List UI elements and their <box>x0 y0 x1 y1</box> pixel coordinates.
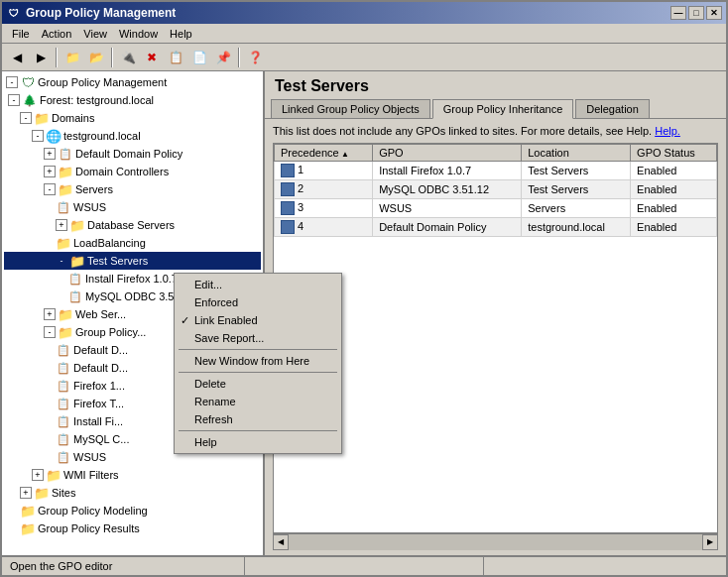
col-gpo[interactable]: GPO <box>373 145 522 162</box>
ctx-edit[interactable]: Edit... <box>175 276 341 293</box>
tree-label-ff1: Firefox 1... <box>73 380 125 392</box>
menu-file[interactable]: File <box>6 26 36 42</box>
sites-icon: 📁 <box>34 485 50 501</box>
expand-ddp[interactable]: + <box>44 148 56 160</box>
tree-item-loadbalancing[interactable]: 📁 LoadBalancing <box>4 234 261 252</box>
tree-label-wsus2: WSUS <box>73 451 106 463</box>
table-row[interactable]: 3 WSUS Servers Enabled <box>275 199 717 218</box>
cell-status: Enabled <box>631 218 717 237</box>
help-link[interactable]: Help. <box>655 125 680 137</box>
ctx-enforced[interactable]: Enforced <box>175 293 341 311</box>
tree-label-gpm: Group Policy Management <box>38 76 167 88</box>
tree-label-dcs: Domain Controllers <box>75 166 169 177</box>
gp-icon: 📁 <box>58 324 73 340</box>
web-icon: 📁 <box>58 306 73 322</box>
scroll-right-button[interactable]: ▶ <box>702 534 718 550</box>
tree-item-gpm2[interactable]: 📁 Group Policy Modeling <box>4 502 261 519</box>
tree-item-gpm[interactable]: - 🛡 Group Policy Management <box>4 73 261 91</box>
gpo-data-table: Precedence GPO Location GPO Status 1 Ins… <box>274 144 717 237</box>
cell-precedence: 3 <box>275 199 373 218</box>
expand-testground[interactable]: - <box>32 130 44 142</box>
copy-button[interactable]: 📄 <box>188 47 210 68</box>
disconnect-button[interactable]: ✖ <box>141 47 163 68</box>
tree-item-servers[interactable]: - 📁 Servers <box>4 180 261 198</box>
tree-item-db-servers[interactable]: + 📁 Database Servers <box>4 216 261 234</box>
expand-db[interactable]: + <box>56 219 67 231</box>
tree-item-test-servers[interactable]: - 📁 Test Servers <box>4 252 261 270</box>
ctx-help[interactable]: Help <box>175 433 341 451</box>
ctx-rename[interactable]: Rename <box>175 393 341 410</box>
ctx-delete[interactable]: Delete <box>175 375 341 393</box>
tree-label-ifi: Install Fi... <box>73 415 123 427</box>
maximize-button[interactable]: □ <box>688 6 704 20</box>
help-button[interactable]: ❓ <box>244 47 266 68</box>
tree-item-sites[interactable]: + 📁 Sites <box>4 484 261 502</box>
tree-item-gpr[interactable]: 📁 Group Policy Results <box>4 519 261 537</box>
dd1-icon: 📋 <box>56 342 71 358</box>
expand-domains[interactable]: - <box>20 112 32 124</box>
cell-precedence: 4 <box>275 218 373 237</box>
tree-label-mc: MySQL C... <box>73 433 129 445</box>
servers-icon: 📁 <box>58 181 73 197</box>
properties-button[interactable]: 📋 <box>165 47 186 68</box>
forest-icon: 🌲 <box>22 92 38 108</box>
up-button[interactable]: 📁 <box>61 47 83 68</box>
tree-item-ddp[interactable]: + 📋 Default Domain Policy <box>4 145 261 163</box>
window-controls: — □ ✕ <box>670 6 722 20</box>
expand-servers[interactable]: - <box>44 183 56 195</box>
ff2-icon: 📋 <box>56 396 71 411</box>
scroll-track[interactable] <box>289 534 702 550</box>
col-precedence[interactable]: Precedence <box>275 145 373 162</box>
expand-test[interactable]: - <box>56 255 67 267</box>
scroll-left-button[interactable]: ◀ <box>273 534 289 550</box>
menu-window[interactable]: Window <box>113 26 164 42</box>
ctx-link_enabled[interactable]: Link Enabled <box>175 311 341 329</box>
tree-label-dd1: Default D... <box>73 344 128 356</box>
tree-item-dcs[interactable]: + 📁 Domain Controllers <box>4 163 261 180</box>
table-row[interactable]: 4 Default Domain Policy testground.local… <box>275 218 717 237</box>
expand-web[interactable]: + <box>44 308 56 320</box>
expand-wmi[interactable]: + <box>32 469 44 481</box>
menu-help[interactable]: Help <box>164 26 198 42</box>
cell-precedence: 2 <box>275 180 373 199</box>
back-button[interactable]: ◀ <box>6 47 28 68</box>
tree-item-forest[interactable]: - 🌲 Forest: testground.local <box>4 91 261 109</box>
tab-delegation[interactable]: Delegation <box>575 99 650 118</box>
connect-button[interactable]: 🔌 <box>117 47 139 68</box>
expand-gp[interactable]: - <box>44 326 56 338</box>
tree-item-wsus[interactable]: 📋 WSUS <box>4 198 261 216</box>
tree-item-wmi[interactable]: + 📁 WMI Filters <box>4 466 261 484</box>
col-location[interactable]: Location <box>522 145 631 162</box>
tree-item-testground[interactable]: - 🌐 testground.local <box>4 127 261 145</box>
menu-action[interactable]: Action <box>36 26 78 42</box>
ctx-new_window[interactable]: New Window from Here <box>175 352 341 370</box>
horizontal-scrollbar[interactable]: ◀ ▶ <box>273 533 718 549</box>
tab-inheritance[interactable]: Group Policy Inheritance <box>432 99 573 119</box>
col-status[interactable]: GPO Status <box>631 145 717 162</box>
expand-dcs[interactable]: + <box>44 166 56 177</box>
tree-label-wmi: WMI Filters <box>63 469 119 481</box>
tab-linked[interactable]: Linked Group Policy Objects <box>271 99 430 118</box>
tree-label-wsus: WSUS <box>73 201 106 213</box>
menu-view[interactable]: View <box>77 26 113 42</box>
tree-label-domains: Domains <box>52 112 94 124</box>
forward-button[interactable]: ▶ <box>30 47 52 68</box>
table-row[interactable]: 1 Install Firefox 1.0.7 Test Servers Ena… <box>275 162 717 180</box>
expand-forest[interactable]: - <box>8 94 20 106</box>
ctx-refresh[interactable]: Refresh <box>175 410 341 428</box>
tree-label-db: Database Servers <box>87 219 175 231</box>
cell-gpo: WSUS <box>373 199 522 218</box>
expand-gpm[interactable]: - <box>6 76 18 88</box>
ctx-save_report[interactable]: Save Report... <box>175 329 341 347</box>
info-text: This list does not include any GPOs link… <box>273 125 718 137</box>
tree-label-servers: Servers <box>75 183 113 195</box>
minimize-button[interactable]: — <box>670 6 686 20</box>
paste-button[interactable]: 📌 <box>212 47 234 68</box>
tree-item-domains[interactable]: - 📁 Domains <box>4 109 261 127</box>
close-button[interactable]: ✕ <box>706 6 722 20</box>
table-row[interactable]: 2 MySQL ODBC 3.51.12 Test Servers Enable… <box>275 180 717 199</box>
folder-button[interactable]: 📂 <box>85 47 107 68</box>
expand-sites[interactable]: + <box>20 487 32 499</box>
tree-label-gpr: Group Policy Results <box>38 522 140 534</box>
ddp-icon: 📋 <box>58 146 73 162</box>
